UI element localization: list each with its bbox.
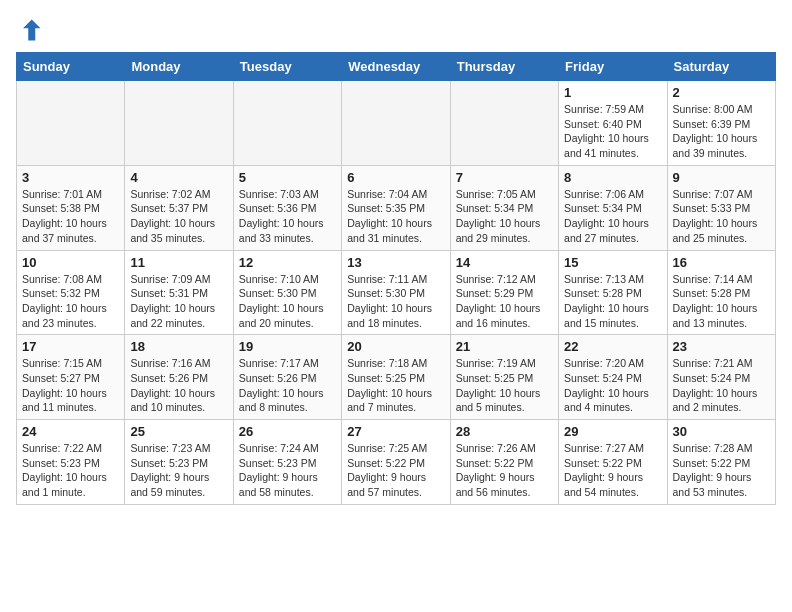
weekday-header-wednesday: Wednesday	[342, 53, 450, 81]
day-info: Sunrise: 7:21 AM Sunset: 5:24 PM Dayligh…	[673, 356, 770, 415]
weekday-header-saturday: Saturday	[667, 53, 775, 81]
calendar-cell: 27Sunrise: 7:25 AM Sunset: 5:22 PM Dayli…	[342, 420, 450, 505]
week-row-2: 3Sunrise: 7:01 AM Sunset: 5:38 PM Daylig…	[17, 165, 776, 250]
week-row-4: 17Sunrise: 7:15 AM Sunset: 5:27 PM Dayli…	[17, 335, 776, 420]
calendar-cell: 13Sunrise: 7:11 AM Sunset: 5:30 PM Dayli…	[342, 250, 450, 335]
calendar-cell: 6Sunrise: 7:04 AM Sunset: 5:35 PM Daylig…	[342, 165, 450, 250]
page-header	[16, 16, 776, 44]
day-number: 4	[130, 170, 227, 185]
day-info: Sunrise: 7:06 AM Sunset: 5:34 PM Dayligh…	[564, 187, 661, 246]
day-number: 15	[564, 255, 661, 270]
day-info: Sunrise: 7:16 AM Sunset: 5:26 PM Dayligh…	[130, 356, 227, 415]
day-number: 19	[239, 339, 336, 354]
weekday-header-row: SundayMondayTuesdayWednesdayThursdayFrid…	[17, 53, 776, 81]
calendar-cell: 23Sunrise: 7:21 AM Sunset: 5:24 PM Dayli…	[667, 335, 775, 420]
day-number: 22	[564, 339, 661, 354]
week-row-5: 24Sunrise: 7:22 AM Sunset: 5:23 PM Dayli…	[17, 420, 776, 505]
day-info: Sunrise: 7:05 AM Sunset: 5:34 PM Dayligh…	[456, 187, 553, 246]
calendar-cell: 30Sunrise: 7:28 AM Sunset: 5:22 PM Dayli…	[667, 420, 775, 505]
day-number: 28	[456, 424, 553, 439]
calendar-cell: 18Sunrise: 7:16 AM Sunset: 5:26 PM Dayli…	[125, 335, 233, 420]
calendar-cell: 17Sunrise: 7:15 AM Sunset: 5:27 PM Dayli…	[17, 335, 125, 420]
calendar-cell: 15Sunrise: 7:13 AM Sunset: 5:28 PM Dayli…	[559, 250, 667, 335]
day-number: 13	[347, 255, 444, 270]
day-number: 26	[239, 424, 336, 439]
day-number: 24	[22, 424, 119, 439]
week-row-1: 1Sunrise: 7:59 AM Sunset: 6:40 PM Daylig…	[17, 81, 776, 166]
calendar-cell: 3Sunrise: 7:01 AM Sunset: 5:38 PM Daylig…	[17, 165, 125, 250]
calendar-cell	[233, 81, 341, 166]
week-row-3: 10Sunrise: 7:08 AM Sunset: 5:32 PM Dayli…	[17, 250, 776, 335]
calendar-cell: 11Sunrise: 7:09 AM Sunset: 5:31 PM Dayli…	[125, 250, 233, 335]
day-info: Sunrise: 7:24 AM Sunset: 5:23 PM Dayligh…	[239, 441, 336, 500]
day-number: 10	[22, 255, 119, 270]
day-info: Sunrise: 7:12 AM Sunset: 5:29 PM Dayligh…	[456, 272, 553, 331]
calendar-cell: 22Sunrise: 7:20 AM Sunset: 5:24 PM Dayli…	[559, 335, 667, 420]
day-info: Sunrise: 7:26 AM Sunset: 5:22 PM Dayligh…	[456, 441, 553, 500]
day-info: Sunrise: 7:18 AM Sunset: 5:25 PM Dayligh…	[347, 356, 444, 415]
day-info: Sunrise: 7:07 AM Sunset: 5:33 PM Dayligh…	[673, 187, 770, 246]
day-number: 1	[564, 85, 661, 100]
day-number: 5	[239, 170, 336, 185]
calendar-cell: 16Sunrise: 7:14 AM Sunset: 5:28 PM Dayli…	[667, 250, 775, 335]
calendar-cell: 26Sunrise: 7:24 AM Sunset: 5:23 PM Dayli…	[233, 420, 341, 505]
day-info: Sunrise: 7:10 AM Sunset: 5:30 PM Dayligh…	[239, 272, 336, 331]
calendar-table: SundayMondayTuesdayWednesdayThursdayFrid…	[16, 52, 776, 505]
day-info: Sunrise: 7:13 AM Sunset: 5:28 PM Dayligh…	[564, 272, 661, 331]
day-info: Sunrise: 7:04 AM Sunset: 5:35 PM Dayligh…	[347, 187, 444, 246]
weekday-header-friday: Friday	[559, 53, 667, 81]
weekday-header-thursday: Thursday	[450, 53, 558, 81]
calendar-cell: 21Sunrise: 7:19 AM Sunset: 5:25 PM Dayli…	[450, 335, 558, 420]
day-info: Sunrise: 7:03 AM Sunset: 5:36 PM Dayligh…	[239, 187, 336, 246]
day-info: Sunrise: 7:14 AM Sunset: 5:28 PM Dayligh…	[673, 272, 770, 331]
day-number: 30	[673, 424, 770, 439]
day-number: 25	[130, 424, 227, 439]
calendar-cell: 19Sunrise: 7:17 AM Sunset: 5:26 PM Dayli…	[233, 335, 341, 420]
logo-icon	[16, 16, 44, 44]
day-info: Sunrise: 8:00 AM Sunset: 6:39 PM Dayligh…	[673, 102, 770, 161]
day-info: Sunrise: 7:27 AM Sunset: 5:22 PM Dayligh…	[564, 441, 661, 500]
calendar-cell: 12Sunrise: 7:10 AM Sunset: 5:30 PM Dayli…	[233, 250, 341, 335]
day-number: 16	[673, 255, 770, 270]
weekday-header-monday: Monday	[125, 53, 233, 81]
logo	[16, 16, 48, 44]
day-info: Sunrise: 7:09 AM Sunset: 5:31 PM Dayligh…	[130, 272, 227, 331]
day-number: 6	[347, 170, 444, 185]
day-info: Sunrise: 7:17 AM Sunset: 5:26 PM Dayligh…	[239, 356, 336, 415]
calendar-cell: 20Sunrise: 7:18 AM Sunset: 5:25 PM Dayli…	[342, 335, 450, 420]
day-number: 17	[22, 339, 119, 354]
day-number: 14	[456, 255, 553, 270]
day-info: Sunrise: 7:23 AM Sunset: 5:23 PM Dayligh…	[130, 441, 227, 500]
calendar-cell: 1Sunrise: 7:59 AM Sunset: 6:40 PM Daylig…	[559, 81, 667, 166]
day-info: Sunrise: 7:02 AM Sunset: 5:37 PM Dayligh…	[130, 187, 227, 246]
day-number: 8	[564, 170, 661, 185]
day-number: 18	[130, 339, 227, 354]
day-number: 2	[673, 85, 770, 100]
day-number: 27	[347, 424, 444, 439]
day-info: Sunrise: 7:59 AM Sunset: 6:40 PM Dayligh…	[564, 102, 661, 161]
day-info: Sunrise: 7:25 AM Sunset: 5:22 PM Dayligh…	[347, 441, 444, 500]
day-info: Sunrise: 7:28 AM Sunset: 5:22 PM Dayligh…	[673, 441, 770, 500]
calendar-cell: 8Sunrise: 7:06 AM Sunset: 5:34 PM Daylig…	[559, 165, 667, 250]
calendar-cell: 14Sunrise: 7:12 AM Sunset: 5:29 PM Dayli…	[450, 250, 558, 335]
weekday-header-tuesday: Tuesday	[233, 53, 341, 81]
calendar-cell	[342, 81, 450, 166]
day-info: Sunrise: 7:22 AM Sunset: 5:23 PM Dayligh…	[22, 441, 119, 500]
day-info: Sunrise: 7:20 AM Sunset: 5:24 PM Dayligh…	[564, 356, 661, 415]
calendar-cell: 25Sunrise: 7:23 AM Sunset: 5:23 PM Dayli…	[125, 420, 233, 505]
calendar-cell: 24Sunrise: 7:22 AM Sunset: 5:23 PM Dayli…	[17, 420, 125, 505]
calendar-cell	[450, 81, 558, 166]
calendar-cell: 9Sunrise: 7:07 AM Sunset: 5:33 PM Daylig…	[667, 165, 775, 250]
day-number: 20	[347, 339, 444, 354]
day-number: 7	[456, 170, 553, 185]
day-number: 21	[456, 339, 553, 354]
day-number: 12	[239, 255, 336, 270]
day-info: Sunrise: 7:15 AM Sunset: 5:27 PM Dayligh…	[22, 356, 119, 415]
day-number: 23	[673, 339, 770, 354]
calendar-cell: 7Sunrise: 7:05 AM Sunset: 5:34 PM Daylig…	[450, 165, 558, 250]
day-info: Sunrise: 7:08 AM Sunset: 5:32 PM Dayligh…	[22, 272, 119, 331]
weekday-header-sunday: Sunday	[17, 53, 125, 81]
day-number: 29	[564, 424, 661, 439]
calendar-cell: 5Sunrise: 7:03 AM Sunset: 5:36 PM Daylig…	[233, 165, 341, 250]
svg-marker-1	[23, 20, 41, 41]
